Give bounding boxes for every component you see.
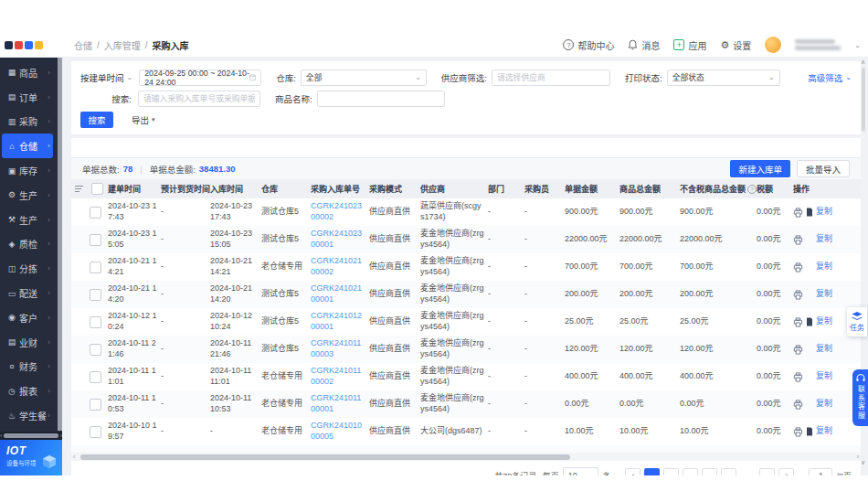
messages-link[interactable]: 消息 (628, 38, 660, 52)
sidebar-item[interactable]: ▦ 商品 › (2, 60, 53, 85)
print-icon[interactable] (793, 317, 803, 327)
sidebar-item[interactable]: ⚒ 生产 › (2, 208, 53, 232)
document-icon[interactable] (806, 317, 813, 326)
table-horizontal-scrollbar[interactable]: ‹ › (71, 453, 861, 461)
print-icon[interactable] (793, 345, 803, 355)
product-name-input[interactable] (317, 91, 445, 107)
sidebar-vertical-scrollbar[interactable] (58, 58, 62, 431)
table-row[interactable]: 2024-10-23 15:05 - 2024-10-23 15:05 测试仓库… (71, 226, 861, 253)
scrollbar-thumb[interactable] (80, 454, 570, 460)
apps-link[interactable]: + 应用 (673, 38, 706, 52)
breadcrumb-item[interactable]: 仓储 (74, 38, 92, 52)
print-icon[interactable] (793, 208, 803, 218)
print-status-select[interactable]: 全部状态 ⌄ (667, 69, 780, 86)
page-button[interactable] (663, 468, 679, 476)
sidebar-item[interactable]: ▥ 采购 › (2, 110, 53, 134)
sidebar-item[interactable]: ¤ 财务 › (2, 355, 53, 379)
scrollbar-thumb[interactable] (862, 68, 865, 132)
print-icon[interactable] (793, 372, 803, 382)
row-checkbox[interactable] (90, 371, 101, 383)
info-icon[interactable]: ? (747, 185, 757, 194)
copy-link[interactable]: 复制 (816, 399, 832, 410)
sidebar-item[interactable]: ♨ 学生餐 › (2, 403, 53, 428)
table-row[interactable]: 2024-10-11 11:01 - 2024-10-11 11:01 老仓储专… (71, 363, 861, 390)
help-center-link[interactable]: ? 帮助中心 (563, 38, 614, 52)
order-number-link[interactable]: CGRK24102300001 (311, 229, 369, 250)
create-inbound-button[interactable]: 新建入库单 (730, 160, 790, 177)
select-all-checkbox[interactable] (91, 183, 103, 195)
page-button[interactable] (683, 468, 698, 476)
sidebar-item[interactable]: ▣ 库存 › (2, 158, 53, 183)
sidebar-item[interactable]: ⌂ 仓储 › (2, 134, 53, 158)
scrollbar-thumb[interactable] (4, 433, 58, 438)
table-row[interactable]: 2024-10-12 10:24 - 2024-10-12 10:24 测试仓库… (71, 308, 861, 336)
sidebar-item[interactable]: ▤ 业财 › (2, 330, 53, 355)
copy-link[interactable]: 复制 (816, 262, 832, 272)
row-checkbox[interactable] (90, 344, 101, 356)
iot-banner[interactable]: IOT 设备与环境 (0, 440, 62, 475)
avatar[interactable] (765, 37, 781, 53)
sidebar-item[interactable]: ◈ 质检 › (2, 232, 53, 257)
order-number-link[interactable]: CGRK24101100003 (311, 338, 369, 359)
table-row[interactable]: 2024-10-21 14:21 - 2024-10-21 14:21 老仓储专… (71, 253, 861, 281)
page-jump-input[interactable] (809, 468, 832, 476)
row-checkbox[interactable] (90, 289, 101, 301)
settings-link[interactable]: ⚙ 设置 (720, 38, 751, 52)
page-button[interactable] (721, 468, 736, 476)
per-page-select[interactable]: 10 ⌄ (563, 467, 599, 476)
sidebar-item[interactable]: ▭ 配送 › (2, 281, 53, 305)
page-button[interactable] (644, 468, 660, 476)
sidebar-item[interactable]: ◉ 客户 › (2, 305, 53, 330)
copy-link[interactable]: 复制 (816, 344, 832, 355)
row-checkbox[interactable] (90, 399, 101, 411)
table-row[interactable]: 2024-10-11 21:46 - 2024-10-11 21:46 测试仓库… (71, 336, 861, 363)
order-number-link[interactable]: CGRK24102100002 (311, 256, 369, 277)
sidebar-item[interactable]: ▤ 订单 › (2, 85, 53, 110)
copy-link[interactable]: 复制 (816, 234, 832, 245)
print-icon[interactable] (793, 427, 803, 437)
page-button[interactable] (740, 468, 756, 476)
row-checkbox[interactable] (90, 316, 101, 328)
date-type-select[interactable]: 按建单时间 ⌄ (80, 71, 132, 84)
row-checkbox[interactable] (90, 207, 101, 219)
user-menu-caret-icon[interactable]: ⌄ (854, 41, 861, 49)
order-number-link[interactable]: CGRK24101100002 (311, 366, 369, 387)
search-button[interactable]: 搜索 (80, 112, 113, 128)
warehouse-select[interactable]: 全部 ⌄ (301, 69, 427, 86)
search-input[interactable] (138, 91, 260, 107)
date-range-picker[interactable]: 2024-09-25 00:00 ~ 2024-10-24 24:00 (139, 69, 261, 86)
order-number-link[interactable]: CGRK24102300002 (311, 201, 369, 222)
sidebar-horizontal-scrollbar[interactable]: ‹ › (0, 432, 62, 440)
copy-link[interactable]: 复制 (816, 316, 832, 327)
scroll-right-icon[interactable]: › (60, 433, 62, 439)
order-number-link[interactable]: CGRK24101000005 (311, 421, 369, 442)
print-icon[interactable] (793, 400, 803, 410)
table-row[interactable]: 2024-10-11 10:53 - 2024-10-11 10:53 老仓储专… (71, 390, 861, 418)
row-checkbox[interactable] (90, 234, 101, 246)
scroll-left-icon[interactable]: ‹ (71, 454, 77, 460)
print-icon[interactable] (793, 262, 803, 272)
scroll-down-icon[interactable]: ∨ (861, 459, 865, 466)
batch-import-button[interactable]: 批量导入 (797, 160, 850, 177)
scroll-left-icon[interactable]: ‹ (0, 433, 2, 439)
supplier-input[interactable] (492, 69, 610, 86)
order-number-link[interactable]: CGRK24101200001 (311, 311, 369, 332)
order-number-link[interactable]: CGRK24101100001 (311, 393, 369, 414)
page-button[interactable] (759, 468, 775, 476)
document-icon[interactable] (806, 427, 813, 436)
print-icon[interactable] (793, 290, 803, 300)
document-icon[interactable] (806, 208, 813, 217)
advanced-filter-link[interactable]: 高级筛选 ⌄ (808, 71, 852, 84)
row-checkbox[interactable] (90, 262, 101, 273)
table-row[interactable]: 2024-10-10 2024-10-10 CGRK241010 (71, 445, 861, 453)
sidebar-item[interactable]: ◷ 报表 › (2, 379, 53, 403)
table-row[interactable]: 2024-10-21 14:20 - 2024-10-21 14:20 测试仓库… (71, 281, 861, 308)
copy-link[interactable]: 复制 (816, 207, 832, 218)
scroll-up-icon[interactable]: ∧ (861, 59, 865, 66)
row-checkbox[interactable] (90, 426, 101, 438)
task-widget[interactable]: 任务 (847, 307, 867, 336)
copy-link[interactable]: 复制 (816, 289, 832, 300)
page-button[interactable] (702, 468, 717, 476)
copy-link[interactable]: 复制 (816, 371, 832, 382)
column-settings-icon[interactable] (71, 185, 86, 193)
